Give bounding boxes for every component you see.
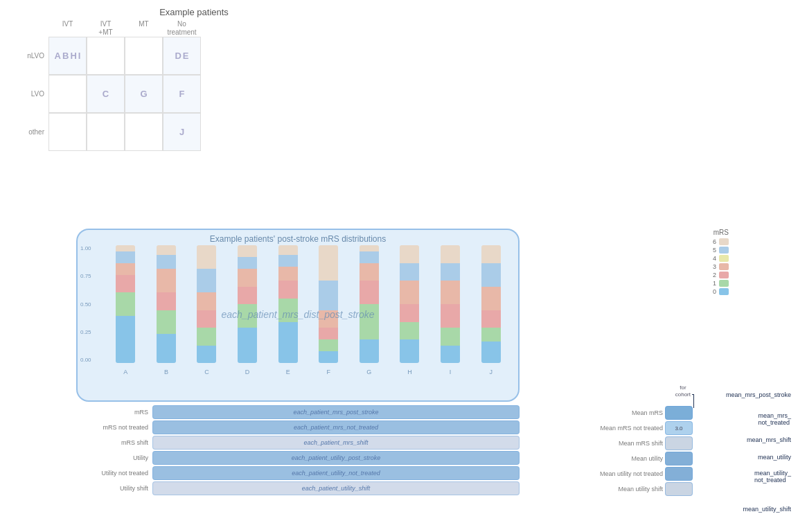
data-bar-utility-not-treated: each_patient_utility_not_treated xyxy=(152,466,520,480)
chart-inner: 1.00 0.75 0.50 0.25 0.00 A xyxy=(78,245,518,384)
chart-col-e: E xyxy=(267,245,308,363)
annotation-mean-utility: mean_utility xyxy=(758,454,791,461)
mean-box-utility-not-treated xyxy=(665,467,693,481)
bar-e-2 xyxy=(278,281,298,299)
bar-j xyxy=(481,245,501,363)
legend-item-2: 2 xyxy=(673,272,729,278)
row-label-lvo: LVO xyxy=(14,90,48,98)
bar-d-1 xyxy=(238,304,257,328)
bar-d-6 xyxy=(238,245,257,257)
bar-d-0 xyxy=(238,328,257,363)
legend-label-4: 4 xyxy=(713,255,716,262)
bar-g-6 xyxy=(360,245,379,251)
bar-i-1 xyxy=(441,328,460,346)
bar-c-6 xyxy=(197,245,216,269)
cell-other-mt xyxy=(125,113,163,151)
mean-label-mrs-shift: Mean mRS shift xyxy=(580,436,663,451)
grid-title: Example patients xyxy=(14,7,374,17)
col-label-b: B xyxy=(164,369,168,375)
cell-nlvo-mt xyxy=(125,37,163,75)
bar-e-0 xyxy=(278,322,298,364)
mean-box-mrs xyxy=(665,406,693,420)
grid-row-nlvo: nLVO A B H I D E xyxy=(14,37,374,75)
data-bar-mrs-not-treated: each_patient_mrs_not_treated xyxy=(152,420,520,434)
mean-box-mrs-not-treated: 3.0 xyxy=(665,421,693,435)
bar-a-2 xyxy=(116,275,135,293)
mean-box-row-utility xyxy=(665,451,695,466)
bar-b-6 xyxy=(157,245,176,255)
col-label-a: A xyxy=(123,369,127,375)
bar-a-0 xyxy=(116,316,135,363)
annotation-mean-utility-shift: mean_utility_shift xyxy=(743,506,791,513)
for-cohort-label: forcohort xyxy=(675,384,691,398)
example-patients-section: Example patients IVT IVT+MT MT Notreatme… xyxy=(0,0,388,158)
bar-b-0 xyxy=(157,334,176,364)
header-ivt: IVT xyxy=(48,20,87,37)
data-row-mrs-shift: mRS shift each_patient_mrs_shift xyxy=(76,436,520,450)
bar-c-1 xyxy=(197,328,216,346)
bar-g xyxy=(360,245,379,363)
header-no-treatment: Notreatment xyxy=(163,20,201,37)
bar-e xyxy=(278,245,298,363)
patient-h: H xyxy=(70,51,76,61)
bar-c-5 xyxy=(197,269,216,292)
data-row-utility: Utility each_patient_utility_post_stroke xyxy=(76,451,520,465)
col-label-i: I xyxy=(450,369,452,375)
bar-i-6 xyxy=(441,245,460,263)
data-row-label-mrs-shift: mRS shift xyxy=(76,439,152,446)
mean-box-utility-shift xyxy=(665,482,693,496)
bar-j-0 xyxy=(481,342,501,363)
bar-d xyxy=(238,245,257,363)
mean-boxes-col: 3.0 xyxy=(665,405,695,497)
bar-a-1 xyxy=(116,292,135,316)
chart-col-f: F xyxy=(308,245,349,363)
bar-f-3 xyxy=(319,310,338,328)
mean-box-row-mrs-not-treated: 3.0 xyxy=(665,420,695,436)
data-row-label-utility-not-treated: Utility not treated xyxy=(76,470,152,477)
arrow-mean-mrs-post-stroke xyxy=(692,394,694,408)
bar-f-0 xyxy=(319,351,338,363)
bar-i xyxy=(441,245,460,363)
cell-other-ivt xyxy=(48,113,87,151)
bar-b-5 xyxy=(157,255,176,269)
data-bar-mrs-post-stroke: each_patient_mrs_post_stroke xyxy=(152,405,520,419)
col-label-f: F xyxy=(327,369,331,375)
annotation-mean-utility-not-treated: mean_utility_not_treated xyxy=(754,470,791,484)
chart-col-j: J xyxy=(470,245,511,363)
bar-g-2 xyxy=(360,281,379,304)
legend-label-1: 1 xyxy=(713,280,716,287)
legend-swatch-4 xyxy=(719,255,729,262)
bar-a-5 xyxy=(116,251,135,263)
legend-label-6: 6 xyxy=(713,238,716,245)
bar-d-2 xyxy=(238,287,257,305)
bar-g-3 xyxy=(360,263,379,281)
bar-e-6 xyxy=(278,245,298,255)
chart-col-d: D xyxy=(227,245,268,363)
data-bar-utility-post-stroke: each_patient_utility_post_stroke xyxy=(152,451,520,465)
chart-col-h: H xyxy=(389,245,430,363)
bar-h-0 xyxy=(400,339,419,363)
cell-lvo-none: F xyxy=(163,75,201,113)
bar-g-0 xyxy=(360,339,379,363)
cell-other-ivtmt xyxy=(87,113,125,151)
grid-header-row: IVT IVT+MT MT Notreatment xyxy=(48,20,374,37)
annotation-mean-mrs-post-stroke: mean_mrs_post_stroke xyxy=(726,391,791,398)
cell-nlvo-ivt: A B H I xyxy=(48,37,87,75)
chart-title: Example patients' post-stroke mRS distri… xyxy=(78,230,518,245)
col-label-g: G xyxy=(366,369,371,375)
cell-lvo-ivt xyxy=(48,75,87,113)
bar-i-0 xyxy=(441,346,460,364)
data-row-utility-shift: Utility shift each_patient_utility_shift xyxy=(76,481,520,495)
bar-b-3 xyxy=(157,269,176,292)
bar-d-5 xyxy=(238,257,257,269)
bar-c xyxy=(197,245,216,363)
legend-swatch-3 xyxy=(719,263,729,270)
y-label-025: 0.25 xyxy=(80,329,91,335)
data-row-label-utility: Utility xyxy=(76,454,152,461)
bar-a-6 xyxy=(116,245,135,251)
legend-item-3: 3 xyxy=(673,263,729,270)
data-bar-mrs-shift: each_patient_mrs_shift xyxy=(152,436,520,450)
legend-item-5: 5 xyxy=(673,247,729,254)
bar-g-1 xyxy=(360,304,379,339)
patient-g: G xyxy=(140,89,147,99)
